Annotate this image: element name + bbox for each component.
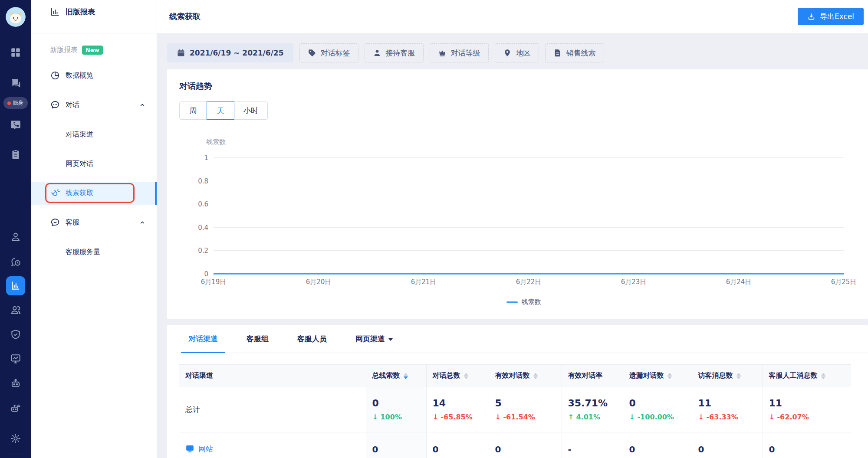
y-axis-tick-label: 0.6 xyxy=(198,200,208,208)
security-icon[interactable] xyxy=(6,325,25,344)
visitors-icon[interactable] xyxy=(6,227,25,246)
export-label: 导出Excel xyxy=(820,12,854,22)
y-axis-tick-label: 0.4 xyxy=(198,224,208,232)
filter-sales-lead[interactable]: 销售线索 xyxy=(545,43,604,62)
chat-history-icon[interactable] xyxy=(6,252,25,272)
tag-icon xyxy=(308,49,316,57)
column-header-label: 总线索数 xyxy=(372,371,400,379)
filter-label: 地区 xyxy=(516,48,531,58)
sidebar-item-label: 客服服务量 xyxy=(66,248,100,257)
chat-icon xyxy=(50,100,60,110)
export-excel-button[interactable]: 导出Excel xyxy=(798,8,864,25)
bar-chart-icon xyxy=(50,7,60,17)
y-axis-title: 线索数 xyxy=(206,138,868,146)
sort-icon[interactable] xyxy=(821,373,825,379)
row-name-cell[interactable]: 网站 xyxy=(179,432,366,458)
analytics-icon[interactable] xyxy=(6,276,25,295)
filter-region[interactable]: 地区 xyxy=(495,43,539,62)
sidebar-item-lead-acquisition[interactable]: 线索获取 xyxy=(31,182,157,205)
granularity-hour[interactable]: 小时 xyxy=(234,101,268,120)
cell-value: 0 xyxy=(372,398,420,409)
cell-delta: ↓ -65.85% xyxy=(433,413,483,421)
column-header[interactable]: 有效对话数 xyxy=(489,365,562,387)
x-axis-tick-label: 6月21日 xyxy=(411,278,437,286)
x-axis-tick-label: 6月19日 xyxy=(201,278,227,286)
sort-icon[interactable] xyxy=(667,373,672,379)
breakdown-tabs: 对话渠道 客服组 客服人员 网页渠道 xyxy=(179,325,868,353)
tab-agent-staff[interactable]: 客服人员 xyxy=(290,325,334,353)
cell-value: 11 xyxy=(698,398,756,409)
dashboard-icon[interactable] xyxy=(6,43,25,62)
data-cell: 0 xyxy=(426,432,489,458)
chevron-up-icon xyxy=(139,102,145,108)
channel-link[interactable]: 网站 xyxy=(198,445,213,453)
sort-icon[interactable] xyxy=(736,373,741,379)
data-cell: 11↓ -63.33% xyxy=(692,387,763,432)
data-cell: 0 xyxy=(763,432,851,458)
calendar-icon xyxy=(177,49,185,57)
sidebar-item-agent[interactable]: 客服 xyxy=(31,208,157,237)
sidebar-item-conversation-channel[interactable]: 对话渠道 xyxy=(31,120,157,149)
column-header[interactable]: 总线索数 xyxy=(366,365,426,387)
sort-icon[interactable] xyxy=(404,373,408,379)
sidebar-item-label: 线索获取 xyxy=(66,189,93,198)
status-dot-icon xyxy=(7,101,11,105)
filter-conversation-tag[interactable]: 对话标签 xyxy=(299,43,358,62)
column-header[interactable]: 遗漏对话数 xyxy=(623,365,692,387)
status-badge[interactable]: 隐身 xyxy=(3,97,28,109)
phone-icon[interactable] xyxy=(6,115,25,134)
filter-label: 销售线索 xyxy=(566,48,596,58)
y-axis-tick-label: 0 xyxy=(204,270,208,278)
column-header[interactable]: 客服人工消息数 xyxy=(763,365,851,387)
granularity-day[interactable]: 天 xyxy=(207,101,234,120)
data-cell: 14↓ -65.85% xyxy=(426,387,489,432)
team-icon[interactable] xyxy=(6,300,25,319)
avatar[interactable] xyxy=(6,7,26,27)
sidebar-item-conversation[interactable]: 对话 xyxy=(31,90,157,120)
bot-message-icon[interactable] xyxy=(6,399,25,418)
cell-value: 0 xyxy=(698,445,756,454)
tab-agent-group[interactable]: 客服组 xyxy=(239,325,276,353)
cell-value: 14 xyxy=(433,398,483,409)
date-range-filter[interactable]: 2021/6/19 ~ 2021/6/25 xyxy=(167,43,293,62)
cell-value: - xyxy=(568,445,617,454)
cell-value: 0 xyxy=(433,445,483,454)
sidebar-item-label: 对话渠道 xyxy=(66,130,93,139)
filter-label: 接待客服 xyxy=(386,48,415,58)
download-icon xyxy=(807,13,815,21)
sidebar-item-web-conversation[interactable]: 网页对话 xyxy=(31,149,157,179)
conversations-icon[interactable] xyxy=(6,74,25,93)
sidebar-item-label: 客服 xyxy=(66,218,79,227)
sort-icon[interactable] xyxy=(464,373,468,379)
x-axis-labels: 6月19日6月20日6月21日6月22日6月23日6月24日6月25日 xyxy=(214,278,844,287)
section-label: 新版报表 xyxy=(50,46,78,55)
monitor-icon[interactable] xyxy=(6,349,25,368)
filter-conversation-grade[interactable]: 对话等级 xyxy=(430,43,489,62)
table-row: 网站000-000 xyxy=(179,432,851,458)
sort-icon[interactable] xyxy=(533,373,538,379)
data-cell: 0 xyxy=(623,432,692,458)
tab-web-channel[interactable]: 网页渠道 xyxy=(348,325,400,353)
settings-icon[interactable] xyxy=(6,429,25,448)
tasks-icon[interactable] xyxy=(6,145,25,164)
cell-value: 0 xyxy=(495,445,556,454)
grade-icon xyxy=(438,49,447,57)
sidebar-item-data-overview[interactable]: 数据概览 xyxy=(31,61,157,90)
new-badge: New xyxy=(82,46,103,55)
cell-delta: ↓ -100.00% xyxy=(629,413,686,421)
column-header[interactable]: 访客消息数 xyxy=(692,365,763,387)
granularity-week[interactable]: 周 xyxy=(179,101,207,120)
chart-legend: 线索数 xyxy=(179,298,868,306)
tab-conversation-channel[interactable]: 对话渠道 xyxy=(181,325,225,353)
chat-smile-icon xyxy=(50,217,60,228)
app-rail: 隐身 xyxy=(0,0,31,458)
x-axis-tick-label: 6月25日 xyxy=(831,278,857,286)
column-header[interactable]: 对话总数 xyxy=(426,365,489,387)
sidebar-item-agent-service-volume[interactable]: 客服服务量 xyxy=(31,237,157,267)
bot-icon[interactable] xyxy=(6,374,25,393)
filter-agent[interactable]: 接待客服 xyxy=(365,43,424,62)
sidebar-item-label: 对话 xyxy=(66,101,79,110)
sidebar-item-legacy-reports[interactable]: 旧版报表 xyxy=(31,0,157,33)
cell-value: 0 xyxy=(629,445,686,454)
x-axis-tick-label: 6月22日 xyxy=(516,278,542,286)
